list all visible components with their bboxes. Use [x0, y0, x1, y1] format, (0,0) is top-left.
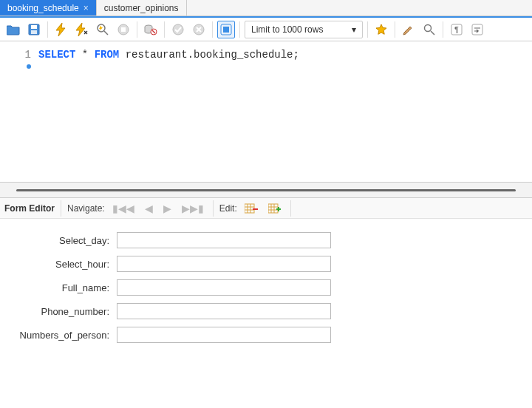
separator: [61, 200, 61, 217]
open-file-button[interactable]: [4, 21, 22, 38]
star-icon: [375, 24, 387, 35]
nav-next-button[interactable]: ▶: [160, 203, 174, 214]
line-gutter: 1: [9, 49, 38, 174]
grid-delete-icon: [245, 203, 258, 214]
separator: [239, 21, 240, 38]
tab-customer-opinions[interactable]: customer_opinions: [97, 0, 187, 16]
form-row-full-name: Full_name:: [6, 279, 526, 296]
toggle-autocommit-button[interactable]: [142, 21, 160, 38]
magnify-lightning-icon: [96, 23, 109, 36]
token-ref: restaurant.booking_schedule;: [119, 49, 299, 61]
full-name-input[interactable]: [117, 279, 331, 296]
first-icon: ▮◀◀: [112, 203, 134, 214]
execute-current-button[interactable]: [73, 21, 91, 38]
last-icon: ▶▶▮: [182, 203, 204, 214]
delete-row-button[interactable]: [242, 203, 261, 214]
nav-last-button[interactable]: ▶▶▮: [179, 203, 207, 214]
keyword-select: SELECT: [38, 49, 75, 61]
svg-rect-1: [31, 25, 37, 29]
search-icon: [423, 24, 435, 35]
execute-button[interactable]: [52, 21, 70, 38]
select-day-input[interactable]: [117, 232, 331, 248]
horizontal-splitter[interactable]: [0, 182, 532, 198]
find-button[interactable]: [420, 21, 438, 38]
keyword-from: FROM: [95, 49, 120, 61]
separator: [367, 21, 368, 38]
wrap-icon: [471, 24, 483, 35]
statement-marker-icon: [27, 64, 31, 69]
svg-line-4: [104, 31, 108, 35]
chevron-down-icon: ▾: [352, 24, 356, 35]
separator: [164, 21, 165, 38]
numbers-of-person-input[interactable]: [117, 327, 331, 343]
separator: [443, 21, 443, 38]
beautify-button[interactable]: [400, 21, 417, 38]
nav-prev-button[interactable]: ◀: [142, 203, 156, 214]
stop-button[interactable]: [115, 21, 132, 38]
phone-number-input[interactable]: [117, 303, 331, 319]
svg-text:¶: ¶: [454, 25, 459, 34]
folder-icon: [7, 24, 20, 35]
editor-tabs: booking_schedule × customer_opinions: [0, 0, 532, 16]
svg-line-15: [431, 31, 434, 35]
toggle-limit-button[interactable]: [217, 21, 235, 38]
tab-label: booking_schedule: [7, 3, 79, 13]
row-limit-label: Limit to 1000 rows: [251, 24, 323, 35]
sql-editor[interactable]: 1 SELECT * FROM restaurant.booking_sched…: [0, 41, 532, 182]
code-content[interactable]: SELECT * FROM restaurant.booking_schedul…: [38, 49, 523, 174]
separator: [213, 200, 214, 217]
prev-icon: ◀: [145, 203, 153, 214]
field-label: Phone_number:: [6, 306, 117, 317]
navigate-label: Navigate:: [67, 203, 105, 214]
field-label: Full_name:: [6, 282, 117, 293]
db-toggle-icon: [144, 24, 157, 35]
add-row-button[interactable]: [265, 203, 284, 214]
next-icon: ▶: [163, 203, 171, 214]
cancel-icon: [193, 24, 205, 35]
grid-add-icon: [268, 203, 282, 214]
save-button[interactable]: [25, 21, 43, 38]
svg-rect-24: [253, 208, 258, 210]
close-icon[interactable]: ×: [83, 3, 89, 13]
select-hour-input[interactable]: [117, 256, 331, 272]
lightning-icon: [56, 23, 66, 36]
form-editor-body: Select_day: Select_hour: Full_name: Phon…: [0, 219, 532, 364]
field-label: Select_day:: [6, 235, 117, 246]
svg-rect-13: [223, 27, 229, 33]
form-row-select-hour: Select_hour:: [6, 256, 526, 272]
pilcrow-icon: ¶: [451, 24, 463, 35]
tab-booking-schedule[interactable]: booking_schedule ×: [0, 0, 97, 16]
stop-icon: [117, 24, 129, 35]
svg-rect-6: [121, 27, 126, 32]
form-panel-toolbar: Form Editor Navigate: ▮◀◀ ◀ ▶ ▶▶▮ Edit:: [0, 198, 532, 219]
svg-point-10: [173, 24, 183, 35]
form-row-select-day: Select_day:: [6, 232, 526, 248]
form-row-numbers-of-person: Numbers_of_person:: [6, 327, 526, 343]
field-label: Select_hour:: [6, 259, 117, 270]
toggle-invisible-button[interactable]: ¶: [448, 21, 466, 38]
nav-first-button[interactable]: ▮◀◀: [109, 203, 137, 214]
field-label: Numbers_of_person:: [6, 330, 117, 341]
limit-icon: [220, 24, 232, 35]
svg-rect-18: [472, 24, 482, 35]
row-limit-dropdown[interactable]: Limit to 1000 rows ▾: [245, 21, 363, 38]
sql-toolbar: Limit to 1000 rows ▾ ¶: [0, 16, 532, 41]
line-number: 1: [25, 49, 31, 61]
lightning-cursor-icon: [76, 23, 88, 36]
form-row-phone-number: Phone_number:: [6, 303, 526, 319]
splitter-handle-icon: [16, 189, 516, 191]
check-icon: [172, 24, 184, 35]
commit-button[interactable]: [169, 21, 187, 38]
rollback-button[interactable]: [190, 21, 208, 38]
wrap-button[interactable]: [468, 21, 486, 38]
explain-button[interactable]: [94, 21, 112, 38]
token-star: *: [75, 49, 94, 61]
separator: [212, 21, 213, 38]
separator: [290, 200, 291, 217]
svg-point-14: [425, 24, 432, 31]
panel-title: Form Editor: [4, 203, 55, 214]
favorite-button[interactable]: [372, 21, 390, 38]
separator: [47, 21, 48, 38]
brush-icon: [403, 24, 415, 35]
edit-label: Edit:: [219, 203, 237, 214]
